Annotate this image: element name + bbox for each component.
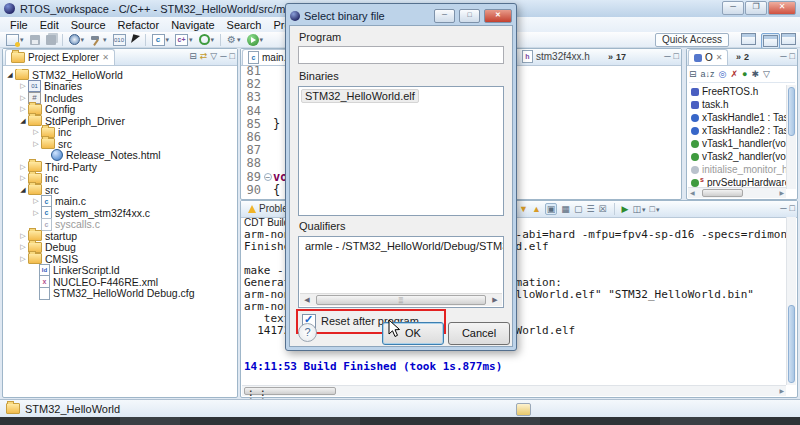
maximize-view-icon[interactable]: □ [230,51,235,61]
minimize-button[interactable]: ─ [722,1,744,15]
menu-navigate[interactable]: Navigate [165,19,220,31]
save-all-button[interactable] [44,33,58,47]
binary-tools-button[interactable]: 010 [111,33,128,47]
maximize-view-icon[interactable]: □ [790,51,795,61]
outline-item[interactable]: xTaskHandle2 : Task [687,124,787,137]
menu-source[interactable]: Source [65,19,112,31]
menu-search[interactable]: Search [221,19,268,31]
dialog-title-bar[interactable]: Select binary file ─ □ ✕ [289,7,513,25]
maximize-view-icon[interactable]: □ [674,51,679,61]
view-menu-icon[interactable]: ▽ [763,69,770,79]
console-vertical-scrollbar[interactable] [786,217,796,385]
code-analysis-button[interactable]: ▾ [197,33,217,47]
scroll-left-icon[interactable]: ◀ [690,188,695,198]
build-variant-button[interactable]: ▾ [67,33,87,47]
twistie-icon[interactable]: ▷ [18,174,28,182]
twistie-icon[interactable]: ▷ [18,105,28,113]
twistie-icon[interactable]: ◢ [5,71,15,79]
menu-refactor[interactable]: Refactor [112,19,166,31]
program-input[interactable] [298,46,504,64]
tree-item-project[interactable]: ◢STM32_HelloWorld [3,69,237,81]
minimize-view-icon[interactable]: ─ [664,51,670,61]
fold-marker-icon[interactable]: − [264,173,272,181]
quick-access-button[interactable]: Quick Access [655,33,729,47]
tree-item[interactable]: ▷01Binaries [3,81,237,93]
twistie-icon[interactable]: ▷ [18,163,28,171]
hide-inactive-icon[interactable]: ✱ [751,69,759,79]
tree-item[interactable]: ▷Debug [3,242,237,254]
tree-item[interactable]: ▷csystem_stm32f4xx.c [3,207,237,219]
select-element-button[interactable] [130,33,141,47]
twistie-icon[interactable]: ▷ [31,140,41,148]
tree-item[interactable]: ◢StdPeriph_Driver [3,115,237,127]
qualifiers-listbox[interactable]: armle - /STM32_HelloWorld/Debug/STM32_He… [298,236,504,308]
new-console-icon[interactable]: □▾ [650,204,660,214]
outline-item[interactable]: FreeRTOS.h [687,85,787,98]
scroll-lock-icon[interactable]: ▢ [574,204,583,214]
cpp-perspective-button[interactable] [761,33,780,49]
cancel-button[interactable]: Cancel [448,322,510,345]
new-c-project-button[interactable]: c▾ [150,33,172,47]
twistie-icon[interactable]: ▷ [31,209,41,217]
minimize-view-icon[interactable]: ─ [220,51,226,61]
twistie-icon[interactable]: ▷ [18,82,28,90]
tree-item[interactable]: ▷inc [3,173,237,185]
tree-item[interactable]: ▷cmain.c [3,196,237,208]
binary-item[interactable]: STM32_HelloWorld.elf [301,89,419,103]
scroll-right-icon[interactable]: ▶ [779,188,784,198]
menu-edit[interactable]: Edit [34,19,65,31]
dialog-maximize-button[interactable]: □ [459,9,480,23]
help-button[interactable]: ? [298,323,317,342]
qualifiers-horizontal-scrollbar[interactable]: ◀ ▒ ▶ [300,293,502,306]
show-console-on-output-icon[interactable]: ▣ [545,203,558,215]
tree-item[interactable]: ▷#Includes [3,92,237,104]
outline-item[interactable]: vTask2_handler(void [687,150,787,163]
tree-item[interactable]: ◢src [3,184,237,196]
hide-static-icon[interactable]: ✗ [730,69,738,79]
collapse-all-icon[interactable]: ⊟ [189,51,197,61]
maximize-view-icon[interactable]: □ [790,203,795,213]
minimize-view-icon[interactable]: ─ [780,51,786,61]
scroll-right-icon[interactable]: ▶ [779,386,784,396]
save-button[interactable] [28,33,42,47]
twistie-icon[interactable]: ▷ [31,197,41,205]
external-tools-button[interactable]: ⚙▾ [225,33,242,47]
scroll-right-icon[interactable]: ▶ [488,294,502,306]
close-button[interactable]: ✕ [768,1,796,15]
hide-non-public-icon[interactable]: ● [742,69,747,79]
binaries-listbox[interactable]: STM32_HelloWorld.elf [298,86,504,216]
outline-item[interactable]: vTask1_handler(void [687,137,787,150]
twistie-icon[interactable]: ▷ [18,243,28,251]
open-console-icon[interactable]: ◫▾ [632,204,645,214]
tree-item[interactable]: csyscalls.c [3,219,237,231]
tree-item[interactable]: Release_Notes.html [3,150,237,162]
twistie-icon[interactable]: ▷ [18,94,28,102]
debug-perspective-button[interactable] [781,33,796,45]
new-cpp-class-button[interactable]: c+▾ [173,33,195,47]
dialog-close-button[interactable]: ✕ [484,9,512,23]
scrollbar-thumb[interactable]: ▒ [316,295,486,305]
scrollbar-thumb[interactable] [788,87,795,136]
statusbar-activity-icon[interactable] [516,403,531,416]
build-button[interactable]: ▾ [88,33,109,47]
sort-icon[interactable]: a↓z [701,69,715,79]
tree-item[interactable]: STM32_HelloWorld Debug.cfg [3,288,237,300]
twistie-icon[interactable]: ◢ [18,186,28,194]
tab-outline[interactable]: O ✕ [688,49,728,65]
dialog-minimize-button[interactable]: ─ [434,9,455,23]
tree-item[interactable]: ▷src [3,138,237,150]
twistie-icon[interactable]: ▷ [18,255,28,263]
display-selected-console-icon[interactable]: ▶ [622,204,629,214]
clear-console-icon[interactable]: ☒ [598,204,606,214]
scrollbar-thumb[interactable]: ⋮⋮ [244,387,336,395]
hide-fields-icon[interactable]: ◎ [719,69,727,79]
twistie-icon[interactable]: ▷ [31,128,41,136]
next-error-icon[interactable]: ▼ [519,204,528,214]
more-editors-indicator[interactable]: » 17 [603,49,631,64]
minimize-view-icon[interactable]: ─ [780,203,786,213]
scroll-left-icon[interactable]: ◀ [300,294,314,306]
outline-vertical-scrollbar[interactable] [786,85,796,189]
collapse-all-icon[interactable]: ⊟ [689,69,697,79]
qualifier-item[interactable]: armle - /STM32_HelloWorld/Debug/STM32_He… [301,240,501,252]
tab-stm32f4xx-h[interactable]: h stm32f4xx.h [517,49,595,64]
